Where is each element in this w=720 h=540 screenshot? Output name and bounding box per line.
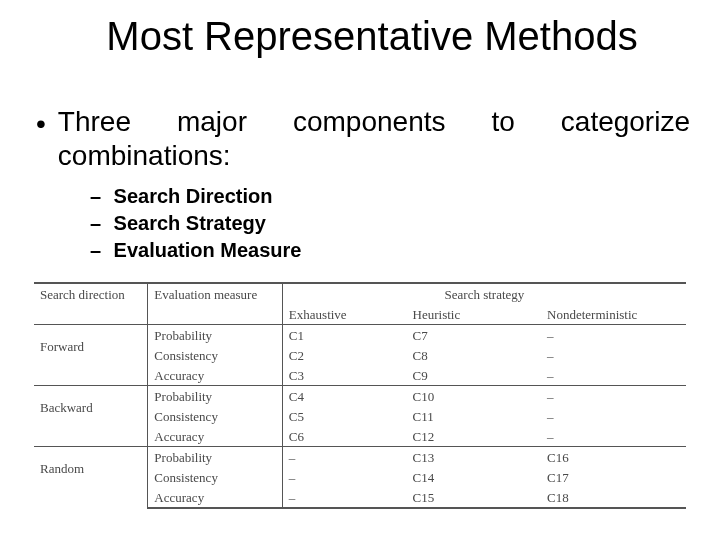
cell-value: – (282, 487, 406, 508)
sub-bullet-item: – Search Strategy (90, 210, 690, 237)
cell-measure: Consistency (148, 345, 283, 365)
cell-value: C13 (407, 447, 542, 468)
cell-measure: Probability (148, 447, 283, 468)
table-header-strategy: Search strategy (282, 283, 686, 304)
cell-value: C12 (407, 426, 542, 447)
cell-value: C2 (282, 345, 406, 365)
cell-value: C10 (407, 386, 542, 407)
page-title: Most Representative Methods (30, 14, 690, 59)
sub-bullet-item: – Evaluation Measure (90, 237, 690, 264)
bullet-level1: • Three major components to categorize c… (36, 105, 690, 173)
table-header-row: Search direction Evaluation measure Sear… (34, 283, 686, 304)
cell-value: – (282, 467, 406, 487)
cell-measure: Accuracy (148, 487, 283, 508)
cell-value: C15 (407, 487, 542, 508)
cell-direction: Forward (34, 325, 148, 386)
cell-value: C17 (541, 467, 686, 487)
cell-value: C6 (282, 426, 406, 447)
cell-value: C18 (541, 487, 686, 508)
cell-value: C14 (407, 467, 542, 487)
cell-value: – (541, 406, 686, 426)
cell-measure: Consistency (148, 406, 283, 426)
cell-value: – (541, 386, 686, 407)
cell-value: C9 (407, 365, 542, 386)
bullet-dot-icon: • (36, 107, 46, 141)
cell-value: C8 (407, 345, 542, 365)
cell-measure: Accuracy (148, 365, 283, 386)
table-header-nondeterministic: Nondeterministic (541, 304, 686, 325)
cell-value: C11 (407, 406, 542, 426)
sub-bullet-label: Search Strategy (114, 212, 266, 234)
slide: Most Representative Methods • Three majo… (0, 0, 720, 540)
cell-value: – (541, 426, 686, 447)
cell-measure: Consistency (148, 467, 283, 487)
cell-value: C7 (407, 325, 542, 346)
table-subheader-row: Exhaustive Heuristic Nondeterministic (34, 304, 686, 325)
cell-value: C3 (282, 365, 406, 386)
table-header-exhaustive: Exhaustive (282, 304, 406, 325)
cell-measure: Probability (148, 325, 283, 346)
table-row: Backward Probability C4 C10 – (34, 386, 686, 407)
cell-value: C1 (282, 325, 406, 346)
dash-icon: – (90, 237, 108, 264)
cell-value: – (541, 365, 686, 386)
dash-icon: – (90, 183, 108, 210)
table-row: Random Probability – C13 C16 (34, 447, 686, 468)
sub-bullet-label: Search Direction (114, 185, 273, 207)
bullet-text: Three major components to categorize com… (58, 105, 690, 173)
cell-value: – (541, 345, 686, 365)
sub-bullet-label: Evaluation Measure (114, 239, 302, 261)
cell-direction: Random (34, 447, 148, 509)
cell-value: C5 (282, 406, 406, 426)
dash-icon: – (90, 210, 108, 237)
cell-direction: Backward (34, 386, 148, 447)
sub-bullet-item: – Search Direction (90, 183, 690, 210)
cell-measure: Accuracy (148, 426, 283, 447)
table-header-heuristic: Heuristic (407, 304, 542, 325)
cell-value: – (541, 325, 686, 346)
cell-value: C16 (541, 447, 686, 468)
table-header-direction: Search direction (34, 283, 148, 304)
sub-bullet-list: – Search Direction – Search Strategy – E… (90, 183, 690, 264)
cell-value: C4 (282, 386, 406, 407)
table-row: Forward Probability C1 C7 – (34, 325, 686, 346)
cell-value: – (282, 447, 406, 468)
methods-table: Search direction Evaluation measure Sear… (34, 282, 686, 509)
table-header-measure: Evaluation measure (148, 283, 283, 304)
cell-measure: Probability (148, 386, 283, 407)
